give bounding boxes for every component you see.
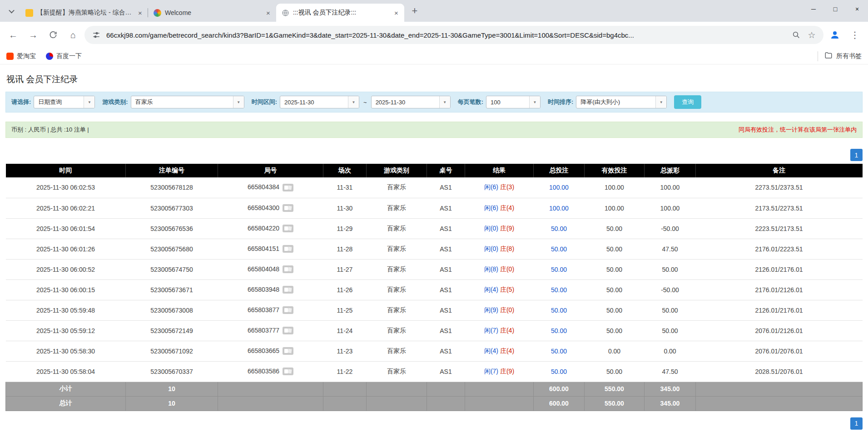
welcome-favicon-icon bbox=[154, 9, 161, 17]
cell-time: 2025-11-30 05:59:12 bbox=[6, 320, 126, 341]
tab-close-icon[interactable]: × bbox=[136, 9, 144, 17]
bookmark-star-icon[interactable]: ☆ bbox=[806, 29, 817, 40]
replay-icon[interactable] bbox=[283, 306, 293, 314]
tab-close-icon[interactable]: × bbox=[392, 9, 401, 17]
page-button-1[interactable]: 1 bbox=[850, 417, 863, 430]
total-bet-link[interactable]: 50.00 bbox=[551, 245, 567, 253]
replay-icon[interactable] bbox=[283, 245, 293, 253]
replay-icon[interactable] bbox=[283, 184, 293, 191]
subtotal-payout: 345.00 bbox=[645, 382, 696, 396]
pagination-top: 1 bbox=[5, 149, 863, 161]
new-tab-button[interactable]: + bbox=[408, 4, 422, 18]
round-number: 665804220 bbox=[248, 225, 279, 232]
total-bet-link[interactable]: 100.00 bbox=[549, 184, 569, 191]
replay-icon[interactable] bbox=[283, 327, 293, 334]
header-bet-id: 注单编号 bbox=[126, 164, 218, 177]
bet-row: 2025-11-30 06:01:26523005675680665804151… bbox=[6, 239, 863, 259]
window-controls: ─ □ × bbox=[803, 0, 868, 18]
date-end-select[interactable]: 2025-11-30 ▼ bbox=[371, 96, 451, 108]
empty-cell bbox=[323, 396, 367, 411]
total-row: 总计 10 600.00 550.00 345.00 bbox=[6, 396, 863, 411]
page-button-1[interactable]: 1 bbox=[850, 149, 863, 161]
cell-time: 2025-11-30 06:02:21 bbox=[6, 198, 126, 218]
cell-bet-id: 523005670337 bbox=[126, 361, 218, 382]
notice-text: 同局有效投注，统一计算在该局第一张注单内 bbox=[739, 126, 857, 134]
per-page-select[interactable]: 100 ▼ bbox=[486, 96, 541, 108]
refresh-button[interactable] bbox=[45, 26, 62, 44]
zoom-icon[interactable] bbox=[791, 29, 802, 40]
chevron-down-icon[interactable]: ▼ bbox=[233, 96, 244, 108]
query-type-value: 日期查询 bbox=[34, 96, 84, 108]
sort-order-select[interactable]: 降幂(由大到小) ▼ bbox=[576, 96, 667, 108]
replay-icon[interactable] bbox=[283, 347, 293, 355]
maximize-button[interactable]: □ bbox=[824, 0, 846, 18]
tab-bet-records[interactable]: :::视讯 会员下注纪录::: × bbox=[276, 4, 404, 22]
subtotal-count: 10 bbox=[126, 382, 218, 396]
replay-icon[interactable] bbox=[283, 286, 293, 294]
tab-search-button[interactable] bbox=[5, 4, 18, 18]
bet-row: 2025-11-30 05:58:04523005670337665803586… bbox=[6, 361, 863, 382]
minimize-button[interactable]: ─ bbox=[803, 0, 824, 18]
total-bet-link[interactable]: 50.00 bbox=[551, 368, 567, 375]
menu-icon[interactable]: ⋮ bbox=[846, 26, 863, 44]
date-start-select[interactable]: 2025-11-30 ▼ bbox=[280, 96, 359, 108]
empty-cell bbox=[696, 382, 863, 396]
chevron-down-icon[interactable]: ▼ bbox=[84, 96, 94, 108]
result-banker: 庄(5) bbox=[500, 286, 514, 293]
cell-game: 百家乐 bbox=[367, 361, 427, 382]
cell-valid-bet: 50.00 bbox=[585, 320, 645, 341]
cell-result: 闲(0) 庄(9) bbox=[465, 218, 534, 239]
game-type-select[interactable]: 百家乐 ▼ bbox=[131, 96, 244, 108]
total-bet-link[interactable]: 50.00 bbox=[551, 307, 567, 314]
baidu-icon bbox=[46, 53, 53, 60]
total-bet-link[interactable]: 50.00 bbox=[551, 225, 567, 232]
home-button[interactable]: ⌂ bbox=[64, 26, 82, 44]
tab-close-icon[interactable]: × bbox=[264, 9, 273, 17]
chevron-down-icon[interactable]: ▼ bbox=[439, 96, 450, 108]
site-info-icon[interactable] bbox=[91, 29, 102, 40]
empty-cell bbox=[218, 396, 323, 411]
forward-button[interactable]: → bbox=[25, 26, 42, 44]
replay-icon[interactable] bbox=[283, 265, 293, 273]
total-bet-link[interactable]: 100.00 bbox=[549, 205, 569, 212]
header-note: 备注 bbox=[696, 164, 863, 177]
back-button[interactable]: ← bbox=[5, 26, 22, 44]
query-type-select[interactable]: 日期查询 ▼ bbox=[34, 96, 95, 108]
search-button[interactable]: 查询 bbox=[674, 95, 701, 109]
cell-bet-id: 523005676536 bbox=[126, 218, 218, 239]
cell-payout: -50.00 bbox=[645, 279, 696, 300]
cell-session: 11-29 bbox=[323, 218, 367, 239]
all-bookmarks-button[interactable]: 所有书签 bbox=[818, 51, 862, 61]
chevron-down-icon[interactable]: ▼ bbox=[529, 96, 540, 108]
result-player: 闲(4) bbox=[484, 347, 498, 354]
profile-icon[interactable] bbox=[826, 26, 843, 44]
replay-icon[interactable] bbox=[283, 225, 293, 232]
replay-icon[interactable] bbox=[283, 204, 293, 212]
total-bet-link[interactable]: 50.00 bbox=[551, 327, 567, 334]
cell-round: 665803586 bbox=[218, 361, 323, 382]
chevron-down-icon[interactable]: ▼ bbox=[348, 96, 359, 108]
close-button[interactable]: × bbox=[846, 0, 868, 18]
taobao-icon bbox=[6, 53, 14, 60]
bookmark-taobao[interactable]: 爱淘宝 bbox=[6, 52, 36, 60]
result-banker: 庄(4) bbox=[500, 327, 514, 334]
total-bet-link[interactable]: 50.00 bbox=[551, 348, 567, 355]
address-bar[interactable]: 66cxkj98.com/game/betrecord_search/kind3… bbox=[84, 26, 823, 44]
cell-time: 2025-11-30 05:59:48 bbox=[6, 300, 126, 320]
subtotal-label: 小计 bbox=[6, 382, 126, 396]
total-bet-link[interactable]: 50.00 bbox=[551, 266, 567, 273]
bookmark-baidu[interactable]: 百度一下 bbox=[46, 52, 82, 60]
round-number: 665803777 bbox=[248, 327, 279, 334]
cell-table: AS1 bbox=[427, 279, 465, 300]
total-bet-link[interactable]: 50.00 bbox=[551, 286, 567, 294]
replay-icon[interactable] bbox=[283, 368, 293, 375]
subtotal-row: 小计 10 600.00 550.00 345.00 bbox=[6, 382, 863, 396]
tab-welcome[interactable]: Welcome × bbox=[148, 4, 276, 22]
tab-forum[interactable]: 【新提醒】海燕策略论坛 - 综合… × bbox=[20, 4, 148, 22]
cell-time: 2025-11-30 06:01:26 bbox=[6, 239, 126, 259]
browser-toolbar: ← → ⌂ 66cxkj98.com/game/betrecord_search… bbox=[0, 22, 868, 48]
chevron-down-icon[interactable]: ▼ bbox=[655, 96, 666, 108]
cell-session: 11-26 bbox=[323, 279, 367, 300]
range-separator: ~ bbox=[363, 99, 367, 106]
page-title: 视讯 会员下注纪录 bbox=[6, 74, 862, 85]
